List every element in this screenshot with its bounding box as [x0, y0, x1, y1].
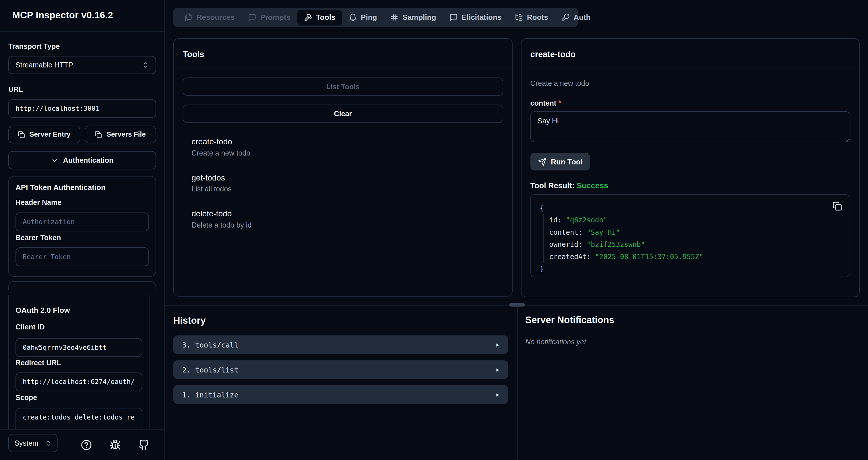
history-row-label: 2. tools/list: [182, 366, 239, 374]
tab-sampling[interactable]: Sampling: [384, 10, 443, 25]
server-entry-label: Server Entry: [29, 131, 70, 138]
tool-name: delete-todo: [191, 209, 503, 218]
tab-label: Auth: [574, 13, 590, 22]
oauth-flow-title: OAuth 2.0 Flow: [16, 306, 143, 315]
servers-file-button[interactable]: Servers File: [84, 126, 156, 143]
run-tool-label: Run Tool: [551, 158, 583, 166]
tool-result-json: { id: "q6z2sodn" content: "Say Hi" owner…: [530, 194, 850, 277]
help-icon[interactable]: [81, 439, 92, 451]
header-name-field-wrap: [16, 212, 149, 232]
history-title: History: [174, 316, 206, 327]
expand-arrow-icon: ▶: [496, 367, 499, 372]
hash-icon: [391, 13, 399, 22]
history-row-tools-call[interactable]: 3. tools/call ▶: [174, 335, 508, 354]
tab-label: Elicitations: [462, 13, 501, 22]
servers-file-label: Servers File: [106, 131, 146, 138]
sidebar-scroll-area[interactable]: Transport Type Streamable HTTP URL Serve…: [0, 32, 164, 430]
lower-vertical-divider: [517, 305, 518, 460]
tab-label: Resources: [197, 13, 235, 22]
files-icon: [184, 13, 193, 22]
history-row-label: 3. tools/call: [182, 341, 239, 349]
list-tools-button[interactable]: List Tools: [183, 77, 503, 96]
copy-icon[interactable]: [833, 201, 842, 211]
scope-label: Scope: [16, 394, 143, 401]
clear-button[interactable]: Clear: [183, 105, 503, 123]
chevron-down-icon: [51, 156, 59, 164]
history-list: 3. tools/call ▶ 2. tools/list ▶ 1. initi…: [174, 335, 508, 410]
folder-tree-icon: [515, 13, 523, 22]
transport-type-select[interactable]: Streamable HTTP: [8, 56, 156, 74]
redirect-url-input[interactable]: [23, 378, 135, 386]
tab-bar: Resources Prompts Tools Ping Sampling El…: [174, 8, 578, 27]
tab-label: Sampling: [402, 13, 436, 22]
bug-icon[interactable]: [110, 439, 121, 451]
url-input[interactable]: [16, 105, 149, 112]
client-id-input[interactable]: [23, 344, 135, 352]
run-tool-button[interactable]: Run Tool: [530, 153, 590, 170]
server-entry-button[interactable]: Server Entry: [8, 126, 80, 143]
authentication-label: Authentication: [63, 156, 114, 164]
history-row-initialize[interactable]: 1. initialize ▶: [174, 385, 508, 404]
bell-icon: [349, 13, 357, 22]
selected-tool-description: Create a new todo: [530, 79, 850, 88]
clear-label: Clear: [334, 110, 352, 118]
tool-name: create-todo: [191, 137, 503, 146]
expand-arrow-icon: ▶: [496, 342, 499, 348]
tool-list-item-create-todo[interactable]: create-todo Create a new todo: [183, 137, 503, 157]
tool-result-status: Success: [577, 181, 608, 190]
client-id-label: Client ID: [16, 323, 143, 330]
content-textarea[interactable]: Say Hi: [530, 111, 850, 142]
tool-list-item-get-todos[interactable]: get-todos List all todos: [183, 173, 503, 193]
app-title: MCP Inspector v0.16.2: [12, 10, 113, 21]
authentication-toggle[interactable]: Authentication: [8, 151, 156, 170]
sidebar-footer: System: [0, 430, 164, 460]
history-row-tools-list[interactable]: 2. tools/list ▶: [174, 360, 508, 380]
transport-type-value: Streamable HTTP: [16, 61, 73, 69]
tool-description: Delete a todo by id: [191, 221, 503, 229]
tools-panel-header: Tools: [174, 39, 512, 69]
api-token-title: API Token Authentication: [16, 183, 149, 191]
bearer-token-input[interactable]: [23, 253, 142, 261]
tab-label: Tools: [316, 13, 336, 22]
key-icon: [561, 13, 570, 22]
server-notifications-empty: No notifications yet: [525, 337, 586, 346]
message-square-icon: [248, 13, 256, 22]
json-line: ownerId: "bzif253zswnb": [549, 238, 841, 251]
app-window: MCP Inspector v0.16.2 Transport Type Str…: [0, 0, 868, 460]
header-name-input[interactable]: [23, 218, 142, 226]
bearer-token-label: Bearer Token: [16, 234, 149, 241]
clipped-card-sliver: [8, 281, 156, 290]
copy-icon: [95, 131, 102, 138]
chevrons-up-down-icon: [45, 439, 51, 446]
pane-resize-divider: [514, 38, 515, 305]
tab-tools[interactable]: Tools: [297, 10, 342, 25]
main-area: Resources Prompts Tools Ping Sampling El…: [165, 0, 868, 460]
tab-auth[interactable]: Auth: [555, 10, 597, 25]
github-icon[interactable]: [138, 439, 150, 451]
json-line: id: "q6z2sodn": [549, 214, 841, 226]
header-name-label: Header Name: [16, 199, 149, 206]
theme-select[interactable]: System: [8, 434, 58, 452]
tab-elicitations[interactable]: Elicitations: [443, 10, 508, 25]
oauth-flow-card: OAuth 2.0 Flow Client ID Redirect URL Sc…: [8, 295, 150, 430]
client-id-field-wrap: [16, 338, 143, 357]
json-open-brace: {: [539, 202, 841, 214]
tools-panel: Tools List Tools Clear create-todo Creat…: [174, 38, 513, 297]
json-close-brace: }: [539, 263, 841, 275]
send-icon: [538, 158, 547, 166]
api-token-card: API Token Authentication Header Name Bea…: [8, 176, 156, 276]
required-asterisk: *: [558, 99, 561, 107]
tab-resources[interactable]: Resources: [178, 10, 241, 25]
tool-list-item-delete-todo[interactable]: delete-todo Delete a todo by id: [183, 209, 503, 229]
tab-prompts[interactable]: Prompts: [241, 10, 297, 25]
json-line: content: "Say Hi": [549, 226, 841, 238]
json-body: id: "q6z2sodn" content: "Say Hi" ownerId…: [543, 214, 841, 263]
redirect-url-field-wrap: [16, 372, 143, 391]
tab-roots[interactable]: Roots: [508, 10, 555, 25]
message-square-icon: [450, 13, 458, 22]
tab-label: Ping: [361, 13, 377, 22]
chevrons-up-down-icon: [142, 61, 149, 69]
scope-input[interactable]: [23, 414, 135, 421]
tab-ping[interactable]: Ping: [342, 10, 384, 25]
hammer-icon: [304, 13, 312, 22]
